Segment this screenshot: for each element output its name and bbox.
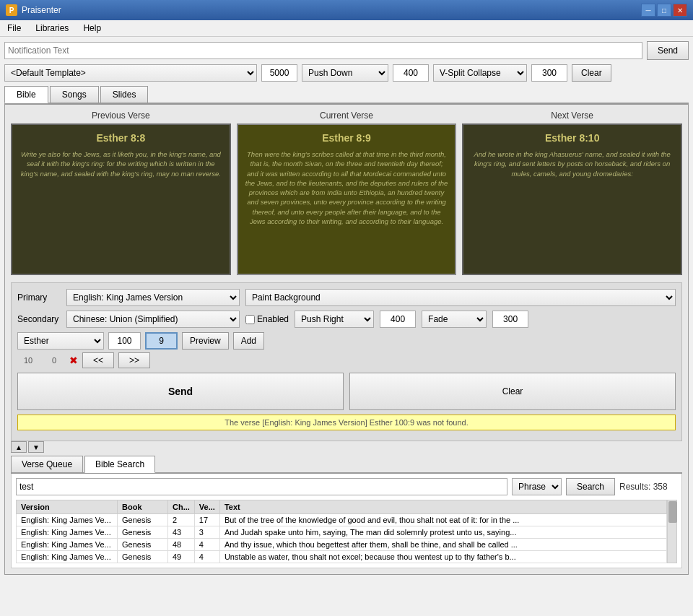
minimize-button[interactable]: ─ [641,4,655,17]
table-row[interactable]: English: King James Ve... Genesis 49 4 U… [17,551,667,563]
clear-button[interactable]: Clear [349,373,676,410]
phrase-select[interactable]: Phrase [512,478,562,495]
scrollbar-thumb[interactable] [668,501,677,523]
delete-icon[interactable]: ✖ [69,355,78,366]
col-header-book: Book [118,500,168,514]
close-button[interactable]: ✕ [673,4,687,17]
app-icon: P [6,4,17,16]
count-left: 10 [17,356,39,365]
results-scrollbar[interactable] [667,500,677,563]
table-row[interactable]: English: King James Ve... Genesis 2 17 B… [17,514,667,526]
tab-bible[interactable]: Bible [4,86,48,103]
title-bar-left: P Praisenter [6,4,61,16]
menu-libraries[interactable]: Libraries [32,22,71,35]
paint-background-select[interactable]: Paint Background [245,289,676,306]
cell-ch: 49 [168,551,195,563]
cell-version: English: King James Ve... [17,551,118,563]
next-verse-card[interactable]: Esther 8:10 And he wrote in the king Aha… [462,123,682,275]
template-row: <Default Template> Push Down V-Split Col… [4,64,689,82]
primary-label: Primary [17,292,61,303]
previous-verse-label: Previous Verse [92,110,150,121]
window-controls[interactable]: ─ □ ✕ [641,4,687,17]
search-button[interactable]: Search [566,478,615,495]
next-verse-text: And he wrote in the king Ahasuerus' name… [471,149,674,178]
cell-ve: 3 [194,526,219,539]
fade-select[interactable]: Fade [422,311,487,328]
col-header-version: Version [17,500,118,514]
push-down-value-input[interactable] [393,64,429,82]
col-header-text: Text [219,500,666,514]
book-row: Esther Preview Add [17,332,676,350]
search-input[interactable] [16,478,507,495]
primary-version-select[interactable]: English: King James Version [66,289,240,306]
error-message: The verse [English: King James Version] … [17,415,676,430]
cell-book: Genesis [118,526,168,539]
previous-verse-title: Esther 8:8 [96,132,145,144]
table-row[interactable]: English: King James Ve... Genesis 43 3 A… [17,526,667,539]
notification-row: Send [4,41,689,60]
table-row[interactable]: English: King James Ve... Genesis 48 4 A… [17,539,667,551]
next-verse-label: Next Verse [551,110,593,121]
title-bar: P Praisenter ─ □ ✕ [0,0,693,20]
content-panel: Previous Verse Esther 8:8 Write ye also … [4,104,689,575]
notification-input[interactable] [4,42,642,59]
menu-bar: File Libraries Help [0,20,693,37]
bottom-tabs-container: Verse Queue Bible Search [11,456,682,474]
tab-verse-queue[interactable]: Verse Queue [11,456,83,472]
previous-verse-card[interactable]: Esther 8:8 Write ye also for the Jews, a… [11,123,231,275]
nav-prev-button[interactable]: << [82,352,114,368]
send-button[interactable]: Send [17,373,344,410]
verse-input[interactable] [145,332,178,350]
enabled-checkbox[interactable] [245,315,255,324]
chapter-input[interactable] [108,332,141,350]
add-button[interactable]: Add [233,332,264,350]
current-verse-card[interactable]: Esther 8:9 Then were the king's scribes … [237,123,457,275]
main-container: Send <Default Template> Push Down V-Spli… [0,37,693,579]
template-select[interactable]: <Default Template> [4,64,257,82]
count-right: 0 [43,356,65,365]
template-clear-button[interactable]: Clear [572,64,611,82]
fade-value-input[interactable] [492,311,528,328]
col-header-ch: Ch... [168,500,195,514]
app-title: Praisenter [22,5,61,15]
cell-text: And Judah spake unto him, saying, The ma… [219,526,666,539]
vsplit-select[interactable]: V-Split Collapse [433,64,527,82]
current-verse-text: Then were the king's scribes called at t… [245,149,448,226]
cell-ch: 43 [168,526,195,539]
current-verse-column: Current Verse Esther 8:9 Then were the k… [237,110,457,275]
bottom-tabs: Verse Queue Bible Search [11,456,682,473]
results-container: Version Book Ch... Ve... Text English: K… [16,500,677,563]
secondary-version-select[interactable]: Chinese: Union (Simplified) [66,311,240,328]
collapse-down-button[interactable]: ▼ [28,441,44,453]
vsplit-value-input[interactable] [531,64,567,82]
next-verse-column: Next Verse Esther 8:10 And he wrote in t… [462,110,682,275]
menu-help[interactable]: Help [80,22,104,35]
push-right-select[interactable]: Push Right [295,311,374,328]
results-count: Results: 358 [619,482,677,492]
tab-slides[interactable]: Slides [100,86,149,103]
tab-songs[interactable]: Songs [50,86,99,103]
next-verse-title: Esther 8:10 [545,132,599,144]
cell-version: English: King James Ve... [17,539,118,551]
nav-row: 10 0 ✖ << >> [17,352,676,368]
maximize-button[interactable]: □ [657,4,671,17]
enabled-label: Enabled [257,314,289,324]
collapse-up-button[interactable]: ▲ [11,441,27,453]
preview-button[interactable]: Preview [182,332,229,350]
transition-input[interactable] [261,64,297,82]
secondary-row: Secondary Chinese: Union (Simplified) En… [17,311,676,328]
cell-book: Genesis [118,514,168,526]
push-down-select[interactable]: Push Down [302,64,388,82]
menu-file[interactable]: File [4,22,24,35]
book-select[interactable]: Esther [17,332,104,350]
tab-bible-search[interactable]: Bible Search [84,456,155,473]
cell-text: But of the tree of the knowledge of good… [219,514,666,526]
notification-send-button[interactable]: Send [647,41,689,60]
nav-next-button[interactable]: >> [118,352,150,368]
secondary-label: Secondary [17,314,61,324]
cell-ve: 4 [194,551,219,563]
current-verse-title: Esther 8:9 [322,132,371,144]
previous-verse-column: Previous Verse Esther 8:8 Write ye also … [11,110,231,275]
current-verse-label: Current Verse [320,110,373,121]
push-right-value-input[interactable] [380,311,416,328]
